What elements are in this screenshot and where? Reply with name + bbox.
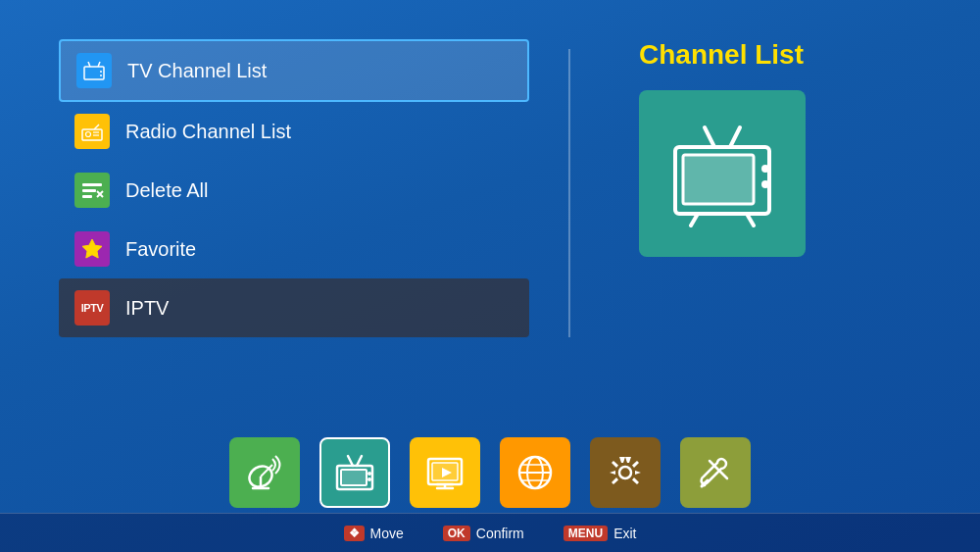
- svg-point-20: [761, 165, 769, 173]
- favorite-icon: [74, 231, 110, 267]
- menu-item-iptv[interactable]: IPTV IPTV: [59, 278, 529, 337]
- hint-exit: MENU Exit: [564, 526, 637, 541]
- menu-badge: MENU: [564, 526, 608, 541]
- right-panel: Channel List: [610, 39, 921, 337]
- panel-title: Channel List: [639, 39, 804, 71]
- internet-icon-box: [500, 437, 570, 508]
- media-icon-box: [410, 437, 480, 508]
- divider: [568, 49, 570, 337]
- iptv-icon-text: IPTV: [81, 302, 103, 314]
- toolbar-settings[interactable]: [590, 437, 661, 508]
- satellite-icon-box: [229, 437, 300, 508]
- svg-line-16: [705, 127, 714, 147]
- menu-item-favorite[interactable]: Favorite: [59, 220, 529, 278]
- svg-rect-0: [84, 67, 104, 79]
- tv-channel-icon: [76, 53, 112, 88]
- delete-all-icon: [74, 173, 110, 208]
- svg-rect-11: [82, 189, 96, 192]
- svg-point-45: [619, 467, 631, 478]
- menu-list: TV Channel List Radio Channel List: [59, 39, 529, 337]
- confirm-label: Confirm: [476, 526, 524, 541]
- svg-rect-10: [82, 183, 102, 186]
- bottom-toolbar: [0, 437, 980, 508]
- svg-line-28: [348, 456, 353, 466]
- svg-point-33: [368, 477, 371, 481]
- svg-point-6: [86, 132, 91, 137]
- menu-item-radio-channel[interactable]: Radio Channel List: [59, 102, 529, 161]
- exit-label: Exit: [613, 526, 636, 541]
- tools-icon-box: [680, 437, 751, 508]
- move-label: Move: [370, 526, 404, 541]
- toolbar-internet[interactable]: [500, 437, 570, 508]
- ok-badge: OK: [443, 526, 470, 541]
- iptv-icon: IPTV: [74, 290, 110, 326]
- svg-point-48: [702, 482, 707, 487]
- iptv-label: IPTV: [125, 297, 169, 320]
- svg-line-29: [357, 456, 362, 466]
- svg-point-32: [368, 472, 371, 476]
- menu-item-delete-all[interactable]: Delete All: [59, 161, 529, 220]
- radio-channel-label: Radio Channel List: [125, 121, 291, 143]
- toolbar-satellite[interactable]: [229, 437, 300, 508]
- toolbar-tools[interactable]: [680, 437, 751, 508]
- svg-point-21: [761, 180, 769, 188]
- main-container: TV Channel List Radio Channel List: [0, 0, 980, 337]
- svg-line-17: [730, 127, 740, 147]
- favorite-label: Favorite: [125, 238, 196, 261]
- hint-move: ❖ Move: [344, 526, 404, 541]
- move-badge: ❖: [344, 526, 365, 541]
- tv-channel-label: TV Channel List: [127, 60, 267, 82]
- toolbar-tv[interactable]: [319, 437, 390, 508]
- svg-point-3: [100, 71, 102, 73]
- radio-channel-icon: [74, 114, 110, 149]
- menu-item-tv-channel[interactable]: TV Channel List: [59, 39, 529, 102]
- svg-rect-31: [341, 470, 367, 485]
- svg-rect-19: [683, 155, 754, 204]
- toolbar-media[interactable]: [410, 437, 480, 508]
- delete-all-label: Delete All: [125, 179, 209, 202]
- svg-point-4: [100, 75, 102, 76]
- hint-bar: ❖ Move OK Confirm MENU Exit: [0, 513, 980, 552]
- channel-list-icon-box: [639, 90, 806, 257]
- svg-rect-12: [82, 195, 92, 198]
- settings-icon-box: [590, 437, 661, 508]
- hint-confirm: OK Confirm: [443, 526, 524, 541]
- svg-marker-15: [82, 239, 102, 258]
- tv-icon-box-toolbar: [319, 437, 390, 508]
